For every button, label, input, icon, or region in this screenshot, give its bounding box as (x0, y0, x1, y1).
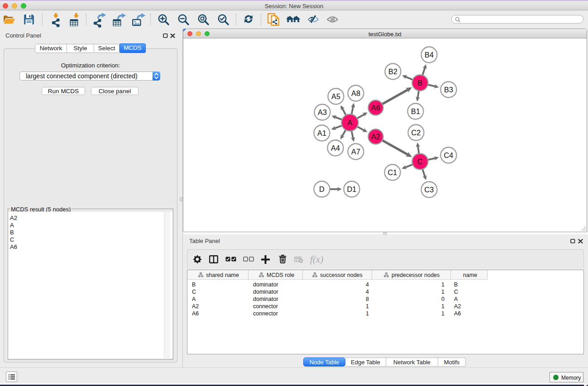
svg-text:C: C (417, 157, 423, 166)
svg-text:A6: A6 (371, 104, 380, 112)
svg-text:B: B (418, 79, 423, 87)
svg-text:B3: B3 (444, 86, 453, 94)
svg-text:A2: A2 (371, 133, 380, 141)
svg-text:A5: A5 (331, 92, 340, 100)
svg-text:C4: C4 (444, 151, 454, 159)
svg-text:A7: A7 (351, 148, 360, 156)
svg-text:D1: D1 (347, 185, 357, 193)
svg-text:A4: A4 (331, 144, 340, 152)
svg-text:A8: A8 (351, 89, 360, 97)
svg-text:B1: B1 (411, 107, 420, 115)
svg-text:C1: C1 (388, 168, 397, 176)
svg-text:C2: C2 (411, 129, 421, 137)
svg-text:B2: B2 (388, 67, 397, 76)
svg-text:A: A (348, 119, 353, 127)
svg-text:A3: A3 (318, 108, 327, 116)
svg-text:A1: A1 (317, 129, 326, 137)
svg-text:B4: B4 (425, 51, 434, 59)
svg-text:C3: C3 (425, 186, 434, 194)
svg-text:D: D (319, 185, 325, 193)
